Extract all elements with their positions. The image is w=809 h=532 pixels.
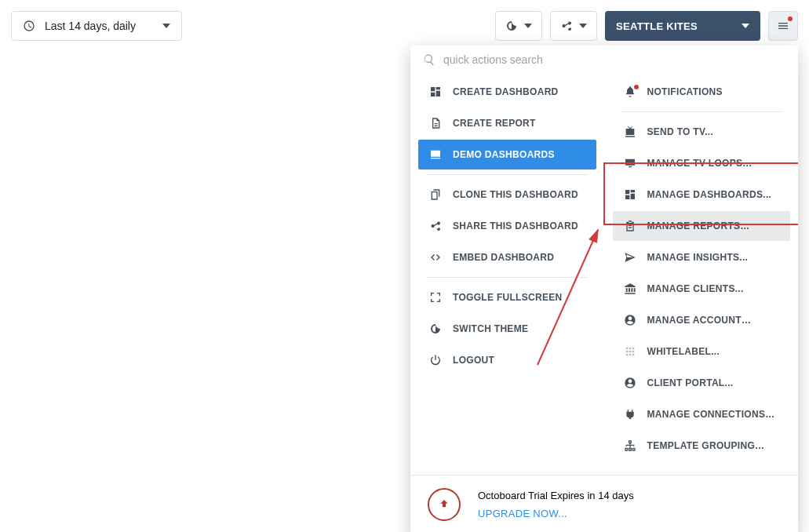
menu-label: LOGOUT [453, 355, 494, 366]
menu-logout[interactable]: LOGOUT [418, 345, 596, 375]
send-icon [624, 251, 636, 264]
date-range-selector[interactable]: Last 14 days, daily [11, 11, 182, 41]
clock-icon [23, 20, 35, 32]
menu-clone-dashboard[interactable]: CLONE THIS DASHBOARD [418, 180, 596, 210]
user-circle-icon [624, 314, 636, 326]
chevron-down-icon [524, 24, 532, 28]
plug-icon [624, 408, 636, 421]
menu-toggle-fullscreen[interactable]: TOGGLE FULLSCREEN [418, 282, 596, 312]
client-name-label: SEATTLE KITES [616, 20, 698, 32]
trial-bar: Octoboard Trial Expires in 14 days UPGRA… [410, 475, 798, 532]
menu-label: MANAGE CLIENTS... [647, 283, 744, 294]
menu-label: SEND TO TV... [647, 126, 714, 137]
menu-separator [426, 277, 589, 278]
menu-label: MANAGE ACCOUNT… [647, 315, 752, 326]
share-button[interactable] [550, 11, 597, 41]
menu-embed-dashboard[interactable]: EMBED DASHBOARD [418, 242, 596, 272]
menu-template-grouping[interactable]: TEMPLATE GROUPING… [613, 431, 791, 461]
menu-client-portal[interactable]: CLIENT PORTAL... [613, 368, 791, 398]
grid-icon [624, 345, 636, 358]
menu-label: CREATE REPORT [453, 118, 536, 129]
search-wrap [410, 46, 798, 72]
menu-send-to-tv[interactable]: SEND TO TV... [613, 117, 791, 147]
menu-manage-connections[interactable]: MANAGE CONNECTIONS… [613, 399, 791, 429]
monitor-icon [429, 148, 442, 161]
hamburger-icon [777, 20, 789, 32]
menu-manage-insights[interactable]: MANAGE INSIGHTS... [613, 242, 791, 272]
upgrade-link[interactable]: UPGRADE NOW... [478, 508, 634, 519]
search-icon [423, 53, 435, 66]
menu-share-dashboard[interactable]: SHARE THIS DASHBOARD [418, 211, 596, 241]
menu-create-dashboard[interactable]: CREATE DASHBOARD [418, 77, 596, 107]
bank-icon [624, 282, 636, 295]
client-selector[interactable]: SEATTLE KITES [605, 11, 760, 41]
tv-icon [624, 126, 636, 138]
chevron-down-icon [742, 24, 749, 28]
menu-label: MANAGE CONNECTIONS… [647, 409, 775, 420]
main-menu-button[interactable] [768, 11, 798, 41]
clipboard-icon [624, 220, 636, 232]
right-controls: SEATTLE KITES [495, 11, 798, 41]
menu-manage-tv-loops[interactable]: MANAGE TV LOOPS… [613, 148, 791, 178]
menu-label: MANAGE TV LOOPS… [647, 158, 753, 169]
report-icon [429, 117, 442, 129]
chevron-down-icon [162, 24, 170, 28]
menu-separator [621, 111, 783, 112]
theme-icon [505, 20, 518, 32]
code-icon [429, 251, 442, 264]
menu-label: MANAGE DASHBOARDS... [647, 189, 772, 200]
copy-icon [429, 188, 442, 201]
menu-notifications[interactable]: NOTIFICATIONS [613, 77, 791, 107]
menu-right-column: NOTIFICATIONS SEND TO TV... MANAGE TV LO… [605, 72, 799, 475]
menu-switch-theme[interactable]: SWITCH THEME [418, 314, 596, 344]
menu-left-column: CREATE DASHBOARD CREATE REPORT DEMO DASH… [410, 72, 605, 475]
theme-icon [429, 322, 442, 335]
quick-actions-search-input[interactable] [443, 53, 785, 66]
monitor-icon [624, 157, 636, 169]
fullscreen-icon [429, 291, 442, 304]
menu-label: WHITELABEL... [647, 346, 720, 357]
left-controls: Last 14 days, daily [11, 11, 182, 41]
date-range-label: Last 14 days, daily [45, 20, 136, 32]
menu-manage-clients[interactable]: MANAGE CLIENTS... [613, 274, 791, 304]
menu-columns: CREATE DASHBOARD CREATE REPORT DEMO DASH… [410, 72, 798, 475]
trial-message: Octoboard Trial Expires in 14 days [478, 490, 634, 501]
topbar: Last 14 days, daily SEATTLE KITES [0, 0, 809, 41]
trial-text: Octoboard Trial Expires in 14 days UPGRA… [478, 490, 634, 519]
chevron-down-icon [579, 24, 587, 28]
menu-label: SWITCH THEME [453, 323, 528, 334]
menu-manage-dashboards[interactable]: MANAGE DASHBOARDS... [613, 180, 791, 210]
menu-label: NOTIFICATIONS [647, 86, 723, 97]
notification-dot-icon [788, 16, 793, 21]
menu-label: CLONE THIS DASHBOARD [453, 189, 578, 200]
share-icon [429, 220, 442, 232]
menu-label: EMBED DASHBOARD [453, 252, 554, 263]
menu-label: DEMO DASHBOARDS [453, 149, 555, 160]
menu-manage-reports[interactable]: MANAGE REPORTS… [613, 211, 791, 241]
theme-toggle-button[interactable] [495, 11, 542, 41]
menu-label: TEMPLATE GROUPING… [647, 440, 765, 451]
menu-label: CLIENT PORTAL... [647, 377, 734, 388]
share-icon [560, 20, 573, 32]
menu-label: MANAGE REPORTS… [647, 220, 750, 231]
dashboard-icon [624, 188, 636, 201]
menu-create-report[interactable]: CREATE REPORT [418, 108, 596, 138]
menu-manage-account[interactable]: MANAGE ACCOUNT… [613, 305, 791, 335]
upgrade-icon [428, 488, 461, 521]
menu-label: TOGGLE FULLSCREEN [453, 292, 563, 303]
dashboard-icon [429, 86, 442, 98]
main-menu-panel: CREATE DASHBOARD CREATE REPORT DEMO DASH… [410, 46, 798, 532]
power-icon [429, 354, 442, 366]
user-circle-icon [624, 377, 636, 389]
menu-demo-dashboards[interactable]: DEMO DASHBOARDS [418, 140, 596, 169]
menu-whitelabel[interactable]: WHITELABEL... [613, 337, 791, 366]
menu-label: SHARE THIS DASHBOARD [453, 220, 578, 231]
notification-dot-icon [634, 85, 639, 89]
menu-separator [426, 174, 589, 175]
menu-label: CREATE DASHBOARD [453, 86, 559, 97]
sitemap-icon [624, 439, 636, 452]
menu-label: MANAGE INSIGHTS... [647, 252, 749, 263]
